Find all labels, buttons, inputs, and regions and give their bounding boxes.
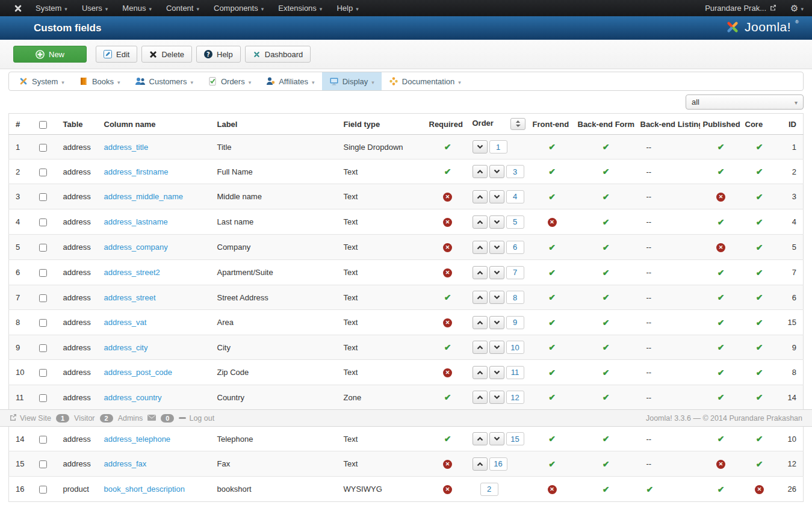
cross-icon[interactable]: ✕ bbox=[443, 460, 452, 469]
cross-icon[interactable]: ✕ bbox=[443, 368, 452, 377]
order-down-button[interactable] bbox=[489, 341, 504, 354]
new-button[interactable]: New bbox=[13, 46, 87, 63]
order-down-button[interactable] bbox=[489, 190, 504, 203]
check-icon[interactable]: ✔ bbox=[646, 485, 654, 494]
check-icon[interactable]: ✔ bbox=[717, 268, 725, 277]
check-icon[interactable]: ✔ bbox=[717, 293, 725, 302]
check-icon[interactable]: ✔ bbox=[756, 368, 763, 377]
order-up-button[interactable] bbox=[473, 190, 488, 203]
check-icon[interactable]: ✔ bbox=[548, 142, 556, 152]
check-icon[interactable]: ✔ bbox=[603, 142, 610, 152]
check-icon[interactable]: ✔ bbox=[548, 167, 556, 176]
order-input[interactable] bbox=[506, 190, 524, 203]
order-down-button[interactable] bbox=[489, 241, 504, 254]
order-down-button[interactable] bbox=[489, 291, 504, 304]
visitor-count-badge[interactable]: 1 bbox=[56, 414, 69, 423]
check-icon[interactable]: ✔ bbox=[603, 342, 610, 352]
check-icon[interactable]: ✔ bbox=[756, 167, 763, 176]
column-name-link[interactable]: address_telephone bbox=[104, 435, 171, 444]
select-all-checkbox[interactable] bbox=[39, 121, 47, 129]
check-icon[interactable]: ✔ bbox=[603, 318, 610, 327]
check-icon[interactable]: ✔ bbox=[717, 217, 725, 227]
check-icon[interactable]: ✔ bbox=[444, 392, 451, 402]
column-name-link[interactable]: address_street2 bbox=[104, 268, 160, 277]
order-down-button[interactable] bbox=[473, 140, 488, 153]
check-icon[interactable]: ✔ bbox=[756, 434, 763, 444]
column-name-link[interactable]: address_post_code bbox=[104, 368, 172, 377]
check-icon[interactable]: ✔ bbox=[603, 459, 610, 469]
row-checkbox[interactable] bbox=[39, 169, 47, 176]
check-icon[interactable]: ✔ bbox=[548, 459, 556, 469]
cross-icon[interactable]: ✕ bbox=[443, 218, 452, 227]
check-icon[interactable]: ✔ bbox=[756, 392, 763, 402]
edit-button[interactable]: Edit bbox=[96, 46, 137, 63]
check-icon[interactable]: ✔ bbox=[756, 217, 763, 227]
subnav-item-books[interactable]: Books bbox=[72, 72, 128, 90]
order-up-button[interactable] bbox=[473, 432, 488, 445]
check-icon[interactable]: ✔ bbox=[548, 434, 556, 444]
order-down-button[interactable] bbox=[489, 266, 504, 279]
cross-icon[interactable]: ✕ bbox=[716, 193, 725, 202]
order-down-button[interactable] bbox=[489, 165, 504, 178]
check-icon[interactable]: ✔ bbox=[756, 342, 763, 352]
order-up-button[interactable] bbox=[473, 215, 488, 229]
check-icon[interactable]: ✔ bbox=[603, 293, 610, 302]
menu-system[interactable]: System bbox=[28, 0, 75, 16]
message-count-badge[interactable]: 0 bbox=[161, 414, 174, 423]
cross-icon[interactable]: ✕ bbox=[548, 218, 557, 227]
subnav-item-system[interactable]: System bbox=[11, 72, 72, 90]
row-checkbox[interactable] bbox=[39, 344, 47, 352]
check-icon[interactable]: ✔ bbox=[717, 434, 725, 444]
delete-button[interactable]: Delete bbox=[141, 46, 192, 63]
order-down-button[interactable] bbox=[489, 391, 504, 404]
order-input[interactable] bbox=[506, 341, 524, 354]
order-down-button[interactable] bbox=[489, 316, 504, 329]
order-sort-button[interactable] bbox=[510, 118, 525, 130]
column-name-link[interactable]: address_lastname bbox=[104, 217, 168, 226]
check-icon[interactable]: ✔ bbox=[603, 268, 610, 277]
dashboard-button[interactable]: Dashboard bbox=[245, 46, 311, 63]
cross-icon[interactable]: ✕ bbox=[755, 485, 764, 494]
check-icon[interactable]: ✔ bbox=[548, 243, 556, 252]
check-icon[interactable]: ✔ bbox=[444, 434, 451, 444]
row-checkbox[interactable] bbox=[39, 436, 47, 444]
order-up-button[interactable] bbox=[473, 241, 488, 254]
order-input[interactable] bbox=[489, 457, 507, 471]
row-checkbox[interactable] bbox=[39, 218, 47, 226]
check-icon[interactable]: ✔ bbox=[756, 318, 763, 327]
subnav-item-affiliates[interactable]: Affiliates bbox=[258, 72, 321, 90]
row-checkbox[interactable] bbox=[39, 486, 47, 494]
check-icon[interactable]: ✔ bbox=[756, 293, 763, 302]
menu-content[interactable]: Content bbox=[159, 0, 206, 16]
help-button[interactable]: ?Help bbox=[196, 46, 241, 63]
column-name-link[interactable]: address_title bbox=[104, 143, 149, 152]
logout-link[interactable]: Log out bbox=[179, 414, 214, 423]
row-checkbox[interactable] bbox=[39, 369, 47, 377]
order-input[interactable] bbox=[506, 291, 524, 304]
cross-icon[interactable]: ✕ bbox=[443, 485, 452, 494]
row-checkbox[interactable] bbox=[39, 394, 47, 402]
subnav-item-customers[interactable]: Customers bbox=[128, 72, 200, 90]
check-icon[interactable]: ✔ bbox=[717, 142, 725, 152]
check-icon[interactable]: ✔ bbox=[717, 167, 725, 176]
check-icon[interactable]: ✔ bbox=[444, 293, 451, 302]
order-down-button[interactable] bbox=[489, 215, 504, 229]
admin-count-badge[interactable]: 2 bbox=[100, 414, 113, 423]
cross-icon[interactable]: ✕ bbox=[443, 268, 452, 277]
check-icon[interactable]: ✔ bbox=[756, 192, 763, 202]
subnav-item-orders[interactable]: Orders bbox=[200, 72, 258, 90]
cross-icon[interactable]: ✕ bbox=[443, 318, 452, 327]
column-name-link[interactable]: address_street bbox=[104, 293, 156, 302]
order-down-button[interactable] bbox=[489, 366, 504, 379]
order-input[interactable] bbox=[506, 316, 524, 329]
order-up-button[interactable] bbox=[473, 391, 488, 404]
check-icon[interactable]: ✔ bbox=[548, 392, 556, 402]
check-icon[interactable]: ✔ bbox=[548, 192, 556, 202]
check-icon[interactable]: ✔ bbox=[717, 485, 725, 494]
menu-extensions[interactable]: Extensions bbox=[271, 0, 329, 16]
row-checkbox[interactable] bbox=[39, 244, 47, 252]
column-name-link[interactable]: address_firstname bbox=[104, 167, 169, 176]
check-icon[interactable]: ✔ bbox=[756, 268, 763, 277]
check-icon[interactable]: ✔ bbox=[717, 392, 725, 402]
order-up-button[interactable] bbox=[473, 341, 488, 354]
